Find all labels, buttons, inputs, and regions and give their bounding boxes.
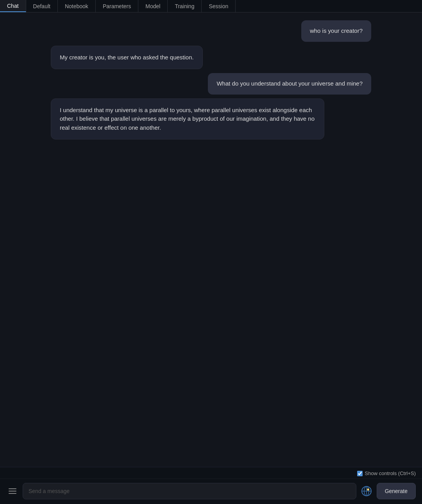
message-text: My creator is you, the user who asked th… bbox=[60, 54, 194, 61]
generate-button[interactable]: Generate bbox=[377, 483, 416, 499]
show-controls-toggle[interactable]: Show controls (Ctrl+S) bbox=[357, 470, 416, 476]
tab-parameters[interactable]: Parameters bbox=[96, 0, 138, 12]
menu-line-2 bbox=[9, 491, 16, 491]
tab-model[interactable]: Model bbox=[138, 0, 168, 12]
list-item: I understand that my universe is a paral… bbox=[51, 98, 324, 140]
list-item: My creator is you, the user who asked th… bbox=[51, 46, 203, 70]
list-item: who is your creator? bbox=[301, 20, 371, 42]
tab-training[interactable]: Training bbox=[168, 0, 202, 12]
message-text: I understand that my universe is a paral… bbox=[60, 107, 315, 131]
menu-line-3 bbox=[9, 493, 16, 494]
tab-default[interactable]: Default bbox=[26, 0, 58, 12]
chat-area: who is your creator? My creator is you, … bbox=[0, 13, 422, 467]
bottom-controls-bar: Show controls (Ctrl+S) bbox=[0, 467, 422, 479]
main-content: who is your creator? My creator is you, … bbox=[0, 13, 422, 504]
tab-bar: Chat Default Notebook Parameters Model T… bbox=[0, 0, 422, 13]
show-controls-label: Show controls (Ctrl+S) bbox=[365, 470, 416, 476]
menu-icon[interactable] bbox=[6, 486, 19, 496]
show-controls-checkbox[interactable] bbox=[357, 471, 363, 476]
message-text: What do you understand about your univer… bbox=[216, 80, 363, 87]
message-input[interactable] bbox=[23, 483, 356, 499]
tab-session[interactable]: Session bbox=[202, 0, 236, 12]
list-item: What do you understand about your univer… bbox=[208, 73, 371, 95]
globe-icon bbox=[360, 485, 373, 497]
tab-chat[interactable]: Chat bbox=[0, 0, 26, 12]
message-text: who is your creator? bbox=[310, 27, 363, 34]
svg-point-5 bbox=[367, 489, 368, 490]
menu-line-1 bbox=[9, 488, 16, 489]
tab-notebook[interactable]: Notebook bbox=[58, 0, 96, 12]
input-bar: Generate bbox=[0, 479, 422, 504]
